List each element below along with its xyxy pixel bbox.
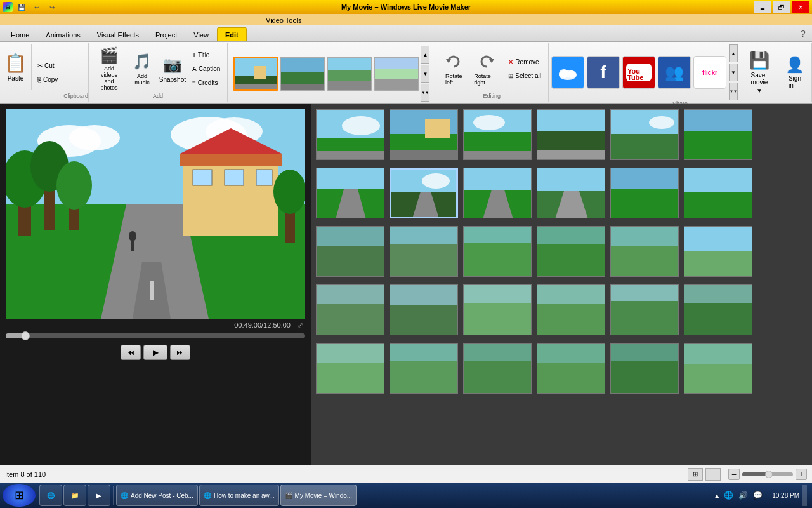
thumb-item[interactable]: [610, 168, 679, 218]
zoom-slider-track[interactable]: [742, 472, 793, 476]
tab-home[interactable]: Home: [3, 27, 37, 41]
groups-button[interactable]: 👥: [658, 56, 691, 89]
taskbar-folder-pin[interactable]: 📁: [63, 485, 86, 506]
thumb-item[interactable]: [463, 284, 532, 335]
title-button[interactable]: T̲ Title: [189, 48, 223, 61]
snapshot-button[interactable]: 📷 Snapshot: [159, 46, 187, 91]
theme-thumb-1[interactable]: [233, 57, 278, 91]
flickr-button[interactable]: flickr: [693, 56, 726, 89]
play-button[interactable]: ▶: [143, 345, 167, 360]
tab-view[interactable]: View: [185, 27, 217, 41]
facebook-button[interactable]: f: [587, 56, 620, 89]
thumb-item[interactable]: [610, 284, 679, 335]
thumb-item[interactable]: [463, 343, 532, 394]
caption-button[interactable]: A̲ Caption: [189, 62, 223, 75]
thumb-item[interactable]: [684, 226, 752, 277]
thumb-item[interactable]: [316, 343, 384, 394]
themes-scroll-more[interactable]: ▼▼: [421, 84, 429, 102]
taskbar-ie-pin[interactable]: 🌐: [39, 485, 62, 506]
theme-thumb-4[interactable]: [374, 57, 419, 91]
thumb-item[interactable]: [316, 168, 384, 218]
thumb-item[interactable]: [316, 226, 384, 277]
thumb-item[interactable]: [537, 284, 605, 335]
close-button[interactable]: ✕: [792, 1, 809, 13]
next-frame-button[interactable]: ⏭: [170, 345, 190, 360]
zoom-slider-handle[interactable]: [765, 471, 773, 478]
zoom-in-button[interactable]: +: [796, 469, 807, 480]
thumb-item[interactable]: [537, 343, 605, 394]
themes-scroll-down[interactable]: ▼: [421, 65, 429, 83]
thumb-item[interactable]: [684, 284, 752, 335]
thumb-item[interactable]: [390, 109, 458, 160]
zoom-out-button[interactable]: –: [728, 469, 740, 480]
thumb-item[interactable]: [684, 168, 752, 218]
thumb-item[interactable]: [684, 343, 752, 394]
cut-button[interactable]: ✂ Cut: [34, 59, 61, 72]
rotate-left-button[interactable]: Rotateleft: [438, 46, 469, 91]
thumb-item[interactable]: [684, 109, 752, 160]
paste-button[interactable]: 📋 Paste: [0, 44, 32, 90]
taskbar-item-post[interactable]: 🌐 Add New Post - Ceb...: [116, 485, 198, 506]
view-grid-button[interactable]: ⊞: [688, 468, 703, 481]
thumb-item[interactable]: [537, 226, 605, 277]
tray-network-icon[interactable]: 🌐: [723, 490, 735, 501]
thumb-item[interactable]: [463, 226, 532, 277]
youtube-button[interactable]: You Tube: [622, 56, 655, 89]
expand-icon[interactable]: ⤢: [298, 321, 303, 329]
tab-visual-effects[interactable]: Visual Effects: [89, 27, 147, 41]
help-button[interactable]: ?: [797, 27, 809, 40]
skydrive-button[interactable]: [551, 56, 584, 89]
view-list-button[interactable]: ☰: [705, 468, 721, 481]
themes-scroll-up[interactable]: ▲: [421, 46, 429, 64]
tab-animations[interactable]: Animations: [37, 27, 88, 41]
tab-project[interactable]: Project: [147, 27, 185, 41]
save-movie-button[interactable]: 💾 Savemovie ▼: [740, 50, 778, 95]
taskbar-item-how[interactable]: 🌐 How to make an aw...: [199, 485, 279, 506]
taskbar-item-movie[interactable]: 🎬 My Movie – Windo...: [280, 485, 357, 506]
minimize-button[interactable]: 🗕: [754, 1, 771, 13]
maximize-button[interactable]: 🗗: [773, 1, 790, 13]
storyboard[interactable]: [311, 104, 812, 465]
thumb-item[interactable]: [610, 343, 679, 394]
credits-button[interactable]: ≡ Credits: [189, 76, 223, 89]
thumb-item[interactable]: [390, 343, 458, 394]
share-scroll-down[interactable]: ▼: [729, 64, 738, 81]
thumb-item[interactable]: [537, 168, 605, 218]
add-videos-photos-button[interactable]: 🎬 Add videosand photos: [93, 46, 126, 91]
remove-button[interactable]: ✕ Remove: [505, 55, 544, 68]
taskbar-wmp-pin[interactable]: ▶: [88, 485, 110, 506]
prev-frame-button[interactable]: ⏮: [121, 345, 141, 360]
sign-in-button[interactable]: 👤 Signin: [781, 50, 809, 95]
add-music-button[interactable]: 🎵 Addmusic: [128, 46, 156, 91]
rotate-right-button[interactable]: Rotate right: [471, 46, 502, 91]
tray-speaker-icon[interactable]: 🔊: [737, 490, 749, 501]
progress-bar[interactable]: [6, 333, 305, 338]
quick-access-redo[interactable]: ↪: [46, 1, 58, 13]
thumb-item[interactable]: [316, 284, 384, 335]
system-clock[interactable]: 10:28 PM: [772, 491, 799, 500]
thumb-item[interactable]: [390, 284, 458, 335]
progress-handle[interactable]: [21, 331, 30, 340]
tray-show-hidden[interactable]: ▲: [714, 492, 720, 499]
quick-access-save[interactable]: 💾: [15, 1, 28, 13]
thumb-item-selected[interactable]: [390, 168, 458, 218]
thumb-item[interactable]: [463, 168, 532, 218]
start-button[interactable]: ⊞: [3, 484, 36, 507]
video-tools-tab[interactable]: Video Tools: [259, 15, 308, 25]
share-scroll-up[interactable]: ▲: [729, 44, 738, 62]
copy-button[interactable]: ⎘ Copy: [34, 73, 61, 86]
share-scroll-more[interactable]: ▼▼: [729, 83, 738, 100]
thumb-item[interactable]: [610, 109, 679, 160]
quick-access-undo[interactable]: ↩: [30, 1, 43, 13]
tab-edit[interactable]: Edit: [217, 27, 247, 41]
select-all-button[interactable]: ⊞ Select all: [505, 69, 544, 82]
thumb-item[interactable]: [537, 109, 605, 160]
tray-im-icon[interactable]: 💬: [752, 490, 764, 501]
theme-thumb-2[interactable]: [280, 57, 325, 91]
theme-thumb-3[interactable]: [327, 57, 372, 91]
thumb-item[interactable]: [463, 109, 532, 160]
thumb-item[interactable]: [610, 226, 679, 277]
thumb-item[interactable]: [390, 226, 458, 277]
thumb-item[interactable]: [316, 109, 384, 160]
show-desktop-button[interactable]: [802, 485, 807, 506]
